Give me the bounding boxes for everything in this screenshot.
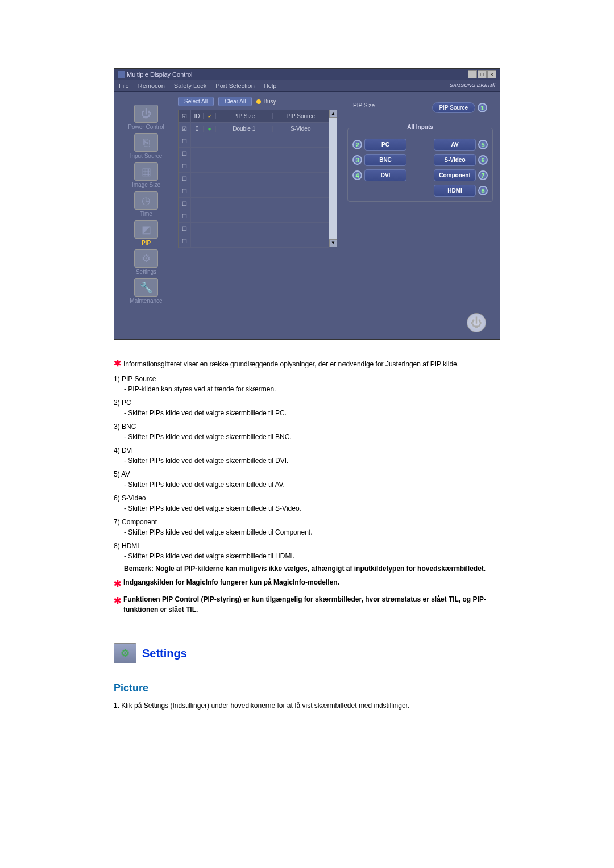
doc-star-1: ✱Indgangskilden for MagicInfo fungerer k… bbox=[114, 577, 500, 591]
doc-item-3: 3) BNC- Skifter PIPs kilde ved det valgt… bbox=[114, 422, 500, 442]
hdmi-button[interactable]: HDMI bbox=[434, 185, 476, 197]
row-check[interactable]: ☑ bbox=[179, 123, 191, 135]
sidebar: ⏻Power Control ⎘Input Source ▦Image Size… bbox=[119, 97, 173, 304]
sidebar-item-time[interactable]: ◷Time bbox=[121, 190, 171, 217]
menu-remocon[interactable]: Remocon bbox=[138, 82, 165, 89]
row-check[interactable]: ☐ bbox=[179, 210, 191, 222]
brand-label: SAMSUNG DIGITall bbox=[450, 82, 495, 89]
callout-1: 1 bbox=[478, 103, 487, 112]
table-row[interactable]: ☐ bbox=[179, 198, 329, 210]
col-pip-size: PIP Size bbox=[216, 113, 273, 119]
power-icon[interactable]: ⏻ bbox=[467, 313, 486, 332]
close-button[interactable]: × bbox=[487, 70, 496, 78]
callout-3: 3 bbox=[352, 155, 362, 165]
settings-icon: ⚙ bbox=[134, 249, 158, 268]
power-control-icon: ⏻ bbox=[134, 105, 158, 123]
menu-port-selection[interactable]: Port Selection bbox=[215, 82, 254, 89]
table-row[interactable]: ☐ bbox=[179, 173, 329, 185]
table-row[interactable]: ☐ bbox=[179, 148, 329, 160]
all-inputs-legend: All Inputs bbox=[403, 124, 438, 130]
row-check[interactable]: ☐ bbox=[179, 198, 191, 210]
row-status-icon: ● bbox=[204, 126, 216, 132]
doc-item-8: 8) HDMI- Skifter PIPs kilde ved det valg… bbox=[114, 541, 500, 561]
busy-indicator: Busy bbox=[256, 98, 276, 105]
input-source-icon: ⎘ bbox=[134, 133, 158, 152]
table-row[interactable]: ☐ bbox=[179, 210, 329, 223]
doc-star-2: ✱Funktionen PIP Control (PIP-styring) er… bbox=[114, 594, 500, 615]
window-title: Multiple Display Control bbox=[127, 71, 193, 78]
sidebar-item-power[interactable]: ⏻Power Control bbox=[121, 103, 171, 130]
star-icon: ✱ bbox=[114, 594, 121, 615]
input-pc-cell: 2PC bbox=[352, 139, 418, 151]
input-av-cell: AV5 bbox=[422, 139, 488, 151]
right-header: PIP Size PIP Source 1 bbox=[347, 102, 493, 118]
col-status: ✓ bbox=[204, 113, 216, 119]
pip-source-tab[interactable]: PIP Source bbox=[432, 102, 475, 113]
input-bnc-cell: 3BNC bbox=[352, 154, 418, 166]
minimize-button[interactable]: _ bbox=[468, 70, 477, 78]
maintenance-icon: 🔧 bbox=[134, 278, 158, 297]
input-hdmi-cell: HDMI8 bbox=[422, 185, 488, 197]
menu-safety-lock[interactable]: Safety Lock bbox=[174, 82, 206, 89]
av-button[interactable]: AV bbox=[434, 139, 476, 151]
scroll-up-icon[interactable]: ▲ bbox=[329, 110, 337, 118]
app-window: Multiple Display Control _ □ × File Remo… bbox=[114, 68, 500, 340]
scroll-track[interactable] bbox=[329, 118, 337, 239]
row-check[interactable]: ☐ bbox=[179, 148, 191, 160]
settings-heading: ⚙ Settings bbox=[114, 643, 500, 663]
image-size-icon: ▦ bbox=[134, 162, 158, 181]
scroll-down-icon[interactable]: ▼ bbox=[329, 239, 337, 247]
table-row[interactable]: ☐ bbox=[179, 135, 329, 148]
row-check[interactable]: ☐ bbox=[179, 223, 191, 235]
col-id: ID bbox=[191, 113, 204, 119]
table-row[interactable]: ☐ bbox=[179, 223, 329, 235]
table-row[interactable]: ☐ bbox=[179, 160, 329, 173]
row-id: 0 bbox=[191, 126, 204, 132]
col-pip-source: PIP Source bbox=[273, 113, 329, 119]
display-table: ☑ ID ✓ PIP Size PIP Source ☑ 0 ● Double … bbox=[178, 110, 329, 248]
table-scrollbar[interactable]: ▲ ▼ bbox=[329, 110, 337, 247]
table-area: Select All Clear All Busy ☑ ID ✓ PIP Siz… bbox=[178, 97, 337, 304]
star-icon: ✱ bbox=[114, 358, 121, 368]
doc-note: Bemærk: Nogle af PIP-kilderne kan muligv… bbox=[124, 564, 500, 574]
row-check[interactable]: ☐ bbox=[179, 185, 191, 197]
pip-size-label: PIP Size bbox=[353, 102, 375, 113]
bnc-button[interactable]: BNC bbox=[364, 154, 406, 166]
input-svideo-cell: S-Video6 bbox=[422, 154, 488, 166]
doc-item-6: 6) S-Video- Skifter PIPs kilde ved det v… bbox=[114, 493, 500, 514]
svideo-button[interactable]: S-Video bbox=[434, 154, 476, 166]
time-icon: ◷ bbox=[134, 191, 158, 210]
table-row[interactable]: ☐ bbox=[179, 235, 329, 248]
all-inputs-panel: All Inputs 2PC AV5 3BNC S-Video6 4DVI Co… bbox=[347, 128, 493, 202]
sidebar-item-input[interactable]: ⎘Input Source bbox=[121, 132, 171, 159]
sidebar-item-pip[interactable]: ◩PIP bbox=[121, 219, 171, 246]
row-check[interactable]: ☐ bbox=[179, 173, 191, 185]
menu-file[interactable]: File bbox=[119, 82, 129, 89]
doc-item-4: 4) DVI- Skifter PIPs kilde ved det valgt… bbox=[114, 445, 500, 466]
component-button[interactable]: Component bbox=[434, 169, 476, 181]
picture-text: 1. Klik på Settings (Indstillinger) unde… bbox=[114, 700, 500, 711]
picture-heading: Picture bbox=[114, 681, 500, 696]
sidebar-item-image[interactable]: ▦Image Size bbox=[121, 161, 171, 188]
menu-help[interactable]: Help bbox=[264, 82, 277, 89]
table-row[interactable]: ☐ bbox=[179, 185, 329, 198]
select-all-button[interactable]: Select All bbox=[178, 97, 214, 106]
settings-section-icon: ⚙ bbox=[114, 643, 136, 663]
sidebar-item-settings[interactable]: ⚙Settings bbox=[121, 248, 171, 275]
pc-button[interactable]: PC bbox=[364, 139, 406, 151]
callout-4: 4 bbox=[352, 170, 362, 180]
sidebar-item-maintenance[interactable]: 🔧Maintenance bbox=[121, 277, 171, 304]
doc-item-5: 5) AV- Skifter PIPs kilde ved det valgte… bbox=[114, 469, 500, 490]
row-check[interactable]: ☐ bbox=[179, 235, 191, 247]
table-header: ☑ ID ✓ PIP Size PIP Source bbox=[179, 110, 329, 123]
table-row[interactable]: ☑ 0 ● Double 1 S-Video bbox=[179, 123, 329, 135]
window-controls: _ □ × bbox=[468, 70, 496, 78]
row-check[interactable]: ☐ bbox=[179, 160, 191, 172]
restore-button[interactable]: □ bbox=[478, 70, 487, 78]
row-check[interactable]: ☐ bbox=[179, 135, 191, 147]
input-grid: 2PC AV5 3BNC S-Video6 4DVI Component7 HD… bbox=[352, 139, 488, 197]
dvi-button[interactable]: DVI bbox=[364, 169, 406, 181]
clear-all-button[interactable]: Clear All bbox=[218, 97, 252, 106]
titlebar[interactable]: Multiple Display Control _ □ × bbox=[114, 69, 500, 80]
col-check[interactable]: ☑ bbox=[179, 110, 191, 122]
